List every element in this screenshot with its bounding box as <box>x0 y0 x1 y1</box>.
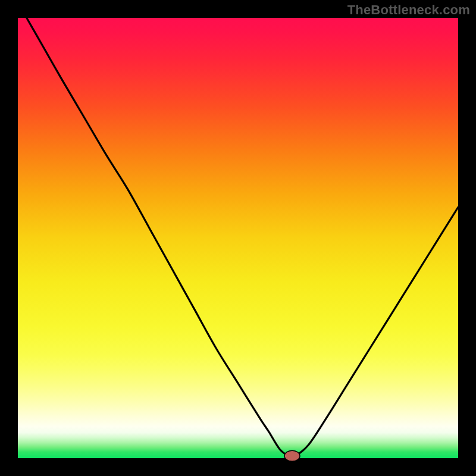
plot-background <box>18 18 458 458</box>
bottleneck-chart <box>0 0 476 476</box>
chart-frame: { "watermark": "TheBottleneck.com", "plo… <box>0 0 476 476</box>
watermark-text: TheBottleneck.com <box>347 2 470 18</box>
optimal-marker <box>284 450 300 461</box>
